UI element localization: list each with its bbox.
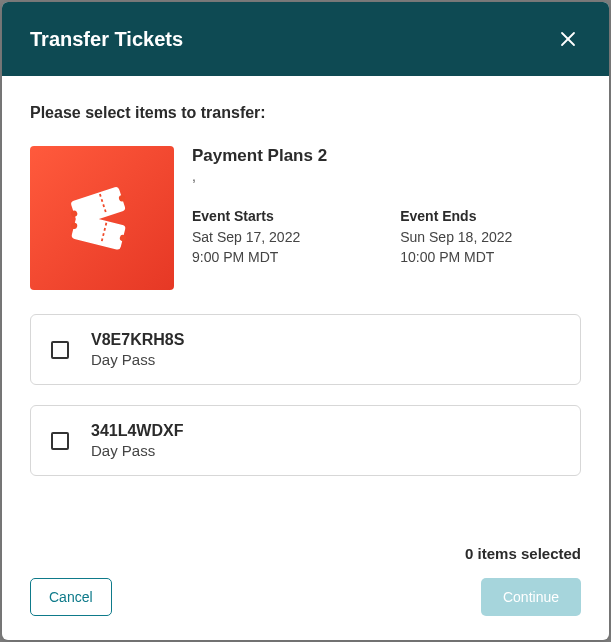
event-start-label: Event Starts [192,208,300,224]
ticket-checkbox[interactable] [51,341,69,359]
close-icon [559,30,577,48]
instruction-text: Please select items to transfer: [30,104,581,122]
modal-title: Transfer Tickets [30,28,183,51]
event-end-label: Event Ends [400,208,512,224]
event-thumbnail [30,146,174,290]
svg-rect-6 [71,214,126,251]
ticket-checkbox[interactable] [51,432,69,450]
modal-body: Please select items to transfer: [2,76,609,533]
transfer-tickets-modal: Transfer Tickets Please select items to … [2,2,609,640]
event-name: Payment Plans 2 [192,146,581,166]
selected-count: 0 items selected [465,545,581,562]
event-subinfo: , [192,168,581,184]
event-start-date: Sat Sep 17, 2022 [192,228,300,248]
event-start-time: 9:00 PM MDT [192,248,300,268]
ticket-item[interactable]: 341L4WDXF Day Pass [30,405,581,476]
modal-footer: 0 items selected Cancel Continue [2,533,609,640]
event-times: Event Starts Sat Sep 17, 2022 9:00 PM MD… [192,208,581,267]
cancel-button[interactable]: Cancel [30,578,112,616]
ticket-content: V8E7KRH8S Day Pass [91,331,184,368]
event-end-block: Event Ends Sun Sep 18, 2022 10:00 PM MDT [400,208,512,267]
event-end-time: 10:00 PM MDT [400,248,512,268]
ticket-type: Day Pass [91,351,184,368]
event-info: Payment Plans 2 , Event Starts Sat Sep 1… [30,146,581,290]
modal-header: Transfer Tickets [2,2,609,76]
footer-buttons: Cancel Continue [30,578,581,616]
event-details: Payment Plans 2 , Event Starts Sat Sep 1… [192,146,581,290]
ticket-code: 341L4WDXF [91,422,183,440]
ticket-code: V8E7KRH8S [91,331,184,349]
ticket-content: 341L4WDXF Day Pass [91,422,183,459]
continue-button[interactable]: Continue [481,578,581,616]
ticket-type: Day Pass [91,442,183,459]
event-end-date: Sun Sep 18, 2022 [400,228,512,248]
ticket-list: V8E7KRH8S Day Pass 341L4WDXF Day Pass [30,314,581,476]
event-start-block: Event Starts Sat Sep 17, 2022 9:00 PM MD… [192,208,300,267]
ticket-item[interactable]: V8E7KRH8S Day Pass [30,314,581,385]
ticket-icon [57,173,147,263]
close-button[interactable] [555,26,581,52]
